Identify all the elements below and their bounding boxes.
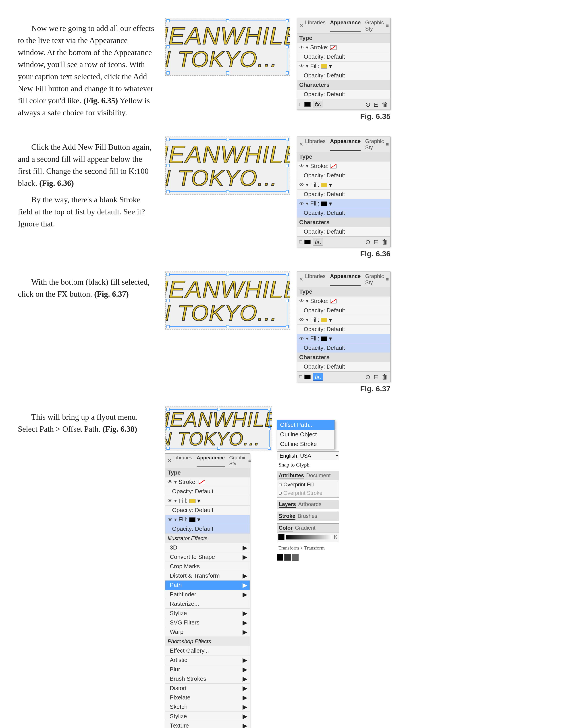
panel-fill-black-3[interactable]: 👁 ▾ Fill: ▾: [297, 334, 390, 343]
menu-item-effect-gallery[interactable]: Effect Gallery...: [165, 646, 250, 655]
eye-icon-fill-y-3[interactable]: 👁: [299, 317, 304, 323]
fill-swatch-yellow-1[interactable]: [321, 64, 327, 68]
menu-item-blur[interactable]: Blur ▶: [165, 665, 250, 674]
appearance-panel-3[interactable]: ✕ Libraries Appearance Graphic Sty ≡ Typ…: [297, 272, 390, 382]
new-fill-icon-1[interactable]: □: [299, 102, 302, 107]
tab-document[interactable]: Document: [306, 472, 330, 479]
appearance-panel-4[interactable]: ✕ Libraries Appearance Graphic Sty ≡ Typ…: [165, 453, 250, 728]
close-icon-2[interactable]: ✕: [299, 141, 303, 147]
arrow-stroke-2[interactable]: ▾: [306, 163, 308, 169]
panel-stroke-row-2[interactable]: 👁 ▾ Stroke:: [297, 162, 390, 171]
appearance-panel-1[interactable]: ✕ Libraries Appearance Graphic Sty ≡ Typ…: [297, 18, 390, 110]
settings-icon-3[interactable]: ⊙: [365, 373, 370, 381]
new-fill-icon-3[interactable]: □: [299, 374, 302, 380]
stroke-swatch-3[interactable]: [330, 299, 336, 303]
tab-appearance-3[interactable]: Appearance: [330, 273, 361, 286]
fx-button-3[interactable]: fx.: [313, 373, 323, 381]
fill-dropdown-b-3[interactable]: ▾: [329, 335, 332, 342]
path-submenu-offset[interactable]: Offset Path...: [277, 420, 334, 430]
stroke-swatch-2[interactable]: [330, 164, 336, 168]
panel-fill-yellow-2[interactable]: 👁 ▾ Fill: ▾: [297, 180, 390, 190]
close-icon-3[interactable]: ✕: [299, 276, 303, 282]
tab-attributes[interactable]: Attributes: [279, 472, 304, 479]
eye-icon-stroke-4[interactable]: 👁: [168, 479, 172, 485]
fill-swatch-black-2[interactable]: [321, 201, 327, 206]
tab-layers[interactable]: Layers: [279, 501, 296, 508]
panel-fill-black-4[interactable]: 👁 ▾ Fill: ▾: [165, 515, 250, 524]
menu-item-path-highlighted[interactable]: Path ▶: [165, 581, 250, 590]
fx-button-2[interactable]: fx.: [313, 238, 323, 246]
swatch-black[interactable]: [277, 554, 283, 561]
panel-menu-3[interactable]: ≡: [386, 276, 389, 282]
duplicate-icon-3[interactable]: ⊟: [374, 373, 379, 381]
eye-icon-fill-y-4[interactable]: 👁: [168, 498, 172, 504]
menu-item-texture[interactable]: Texture ▶: [165, 721, 250, 728]
menu-item-brush[interactable]: Brush Strokes ▶: [165, 674, 250, 684]
menu-item-crop[interactable]: Crop Marks: [165, 562, 250, 571]
arrow-fill-b-4[interactable]: ▾: [174, 517, 177, 523]
panel-menu-4[interactable]: ≡: [248, 458, 251, 464]
arrow-fill-y-4[interactable]: ▾: [174, 498, 177, 504]
tab-appearance-1[interactable]: Appearance: [330, 19, 361, 32]
stroke-swatch-4[interactable]: [199, 480, 205, 484]
fill-dropdown-y-3[interactable]: ▾: [329, 316, 332, 324]
fx-button-1[interactable]: fx.: [313, 101, 323, 108]
fill-dropdown-1[interactable]: ▾: [329, 62, 332, 70]
arrow-stroke-4[interactable]: ▾: [174, 479, 177, 485]
eye-icon-fill-b-2[interactable]: 👁: [299, 201, 304, 207]
path-submenu-outline-stroke[interactable]: Outline Stroke: [277, 439, 334, 449]
eye-icon-fill-1[interactable]: 👁: [299, 63, 304, 69]
arrow-fill-y-3[interactable]: ▾: [306, 317, 308, 323]
menu-item-stylize-ps[interactable]: Stylize ▶: [165, 712, 250, 721]
fill-dropdown-b-4[interactable]: ▾: [197, 516, 200, 523]
tab-graphic-sty-4[interactable]: Graphic Sty: [229, 455, 246, 467]
tab-brushes[interactable]: Brushes: [298, 513, 317, 520]
settings-icon-1[interactable]: ⊙: [365, 101, 370, 108]
close-icon-4[interactable]: ✕: [168, 458, 172, 464]
menu-item-distort[interactable]: Distort & Transform ▶: [165, 571, 250, 581]
tab-graphic-sty-3[interactable]: Graphic Sty: [365, 273, 384, 286]
color-swatch-footer-3[interactable]: [304, 375, 311, 379]
eye-icon-stroke-1[interactable]: 👁: [299, 45, 304, 50]
tab-libraries-3[interactable]: Libraries: [305, 273, 326, 286]
menu-item-3d[interactable]: 3D ▶: [165, 543, 250, 552]
fill-swatch-yellow-4[interactable]: [189, 499, 195, 503]
new-fill-icon-2[interactable]: □: [299, 239, 302, 245]
menu-item-convert[interactable]: Convert to Shape ▶: [165, 552, 250, 562]
panel-stroke-row-3[interactable]: 👁 ▾ Stroke:: [297, 297, 390, 306]
color-swatch-footer-1[interactable]: [304, 102, 311, 107]
english-select[interactable]: English: USA: [277, 451, 339, 460]
eye-icon-fill-b-4[interactable]: 👁: [168, 517, 172, 523]
panel-menu-1[interactable]: ≡: [386, 23, 389, 29]
panel-fill-yellow-4[interactable]: 👁 ▾ Fill: ▾: [165, 496, 250, 506]
tab-appearance-4[interactable]: Appearance: [197, 455, 225, 467]
panel-stroke-row-1[interactable]: 👁 ▾ Stroke:: [297, 43, 390, 52]
delete-icon-2[interactable]: 🗑: [382, 238, 388, 246]
tab-graphic-sty-1[interactable]: Graphic Sty: [365, 19, 384, 32]
fill-swatch-black-3[interactable]: [321, 336, 327, 341]
tab-libraries-2[interactable]: Libraries: [305, 138, 326, 151]
fill-swatch-yellow-3[interactable]: [321, 318, 327, 322]
arrow-fill-y-2[interactable]: ▾: [306, 182, 308, 188]
path-submenu-outline-obj[interactable]: Outline Object: [277, 430, 334, 439]
arrow-fill-b-3[interactable]: ▾: [306, 336, 308, 342]
menu-item-pathfinder[interactable]: Pathfinder ▶: [165, 590, 250, 599]
appearance-panel-2[interactable]: ✕ Libraries Appearance Graphic Sty ≡ Typ…: [297, 137, 390, 247]
color-swatch-footer-2[interactable]: [304, 240, 311, 244]
panel-fill-black-2[interactable]: 👁 ▾ Fill: ▾: [297, 199, 390, 208]
panel-menu-2[interactable]: ≡: [386, 141, 389, 147]
delete-icon-3[interactable]: 🗑: [382, 373, 388, 381]
tab-color[interactable]: Color: [279, 525, 293, 531]
overprint-fill-checkbox[interactable]: [279, 483, 282, 486]
close-icon-1[interactable]: ✕: [299, 23, 303, 29]
eye-icon-stroke-3[interactable]: 👁: [299, 298, 304, 304]
settings-icon-2[interactable]: ⊙: [365, 238, 370, 246]
menu-item-warp[interactable]: Warp ▶: [165, 627, 250, 637]
overprint-stroke-checkbox[interactable]: [279, 492, 282, 495]
color-bar[interactable]: [286, 535, 332, 539]
panel-stroke-row-4[interactable]: 👁 ▾ Stroke:: [165, 477, 250, 487]
tab-libraries-4[interactable]: Libraries: [173, 455, 192, 467]
menu-item-artistic[interactable]: Artistic ▶: [165, 655, 250, 665]
stroke-swatch-1[interactable]: [330, 45, 336, 50]
duplicate-icon-2[interactable]: ⊟: [374, 238, 379, 246]
